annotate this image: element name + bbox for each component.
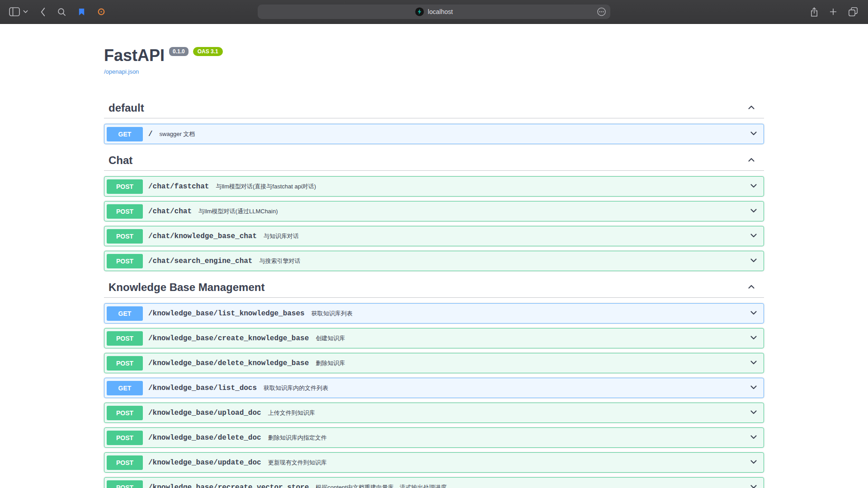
operation-method-badge: GET [107,381,143,395]
operation-method-badge: GET [107,127,143,141]
site-favicon [415,7,424,16]
operation-path: /knowledge_base/upload_doc [148,409,261,417]
chevron-down-icon [749,383,758,393]
chevron-down-icon [749,129,758,139]
extension-ring-icon[interactable] [97,8,105,16]
operation-expand-button[interactable] [749,129,758,139]
operation-method-badge: POST [107,406,143,420]
operation-expand-button[interactable] [749,181,758,192]
chevron-down-icon [749,432,758,443]
operation-description: 创建知识库 [316,334,345,343]
operation-description: 删除知识库内指定文件 [268,434,327,442]
back-icon[interactable] [40,7,46,17]
section-collapse-button[interactable] [747,282,756,293]
operation-row[interactable]: POST /chat/fastchat 与llm模型对话(直接与fastchat… [104,176,764,197]
chevron-down-icon [749,457,758,468]
toolbar-right-group [810,7,868,17]
extension-bookmark-icon[interactable] [78,8,85,16]
operation-method-badge: POST [107,204,143,219]
operation-path: /knowledge_base/update_doc [148,459,261,467]
page-settings-ellipsis-icon[interactable] [597,7,606,17]
operation-path: /knowledge_base/list_knowledge_bases [148,310,305,318]
operation-method-badge: GET [107,306,143,321]
section-header[interactable]: Knowledge Base Management [104,277,764,298]
version-badge: 0.1.0 [169,47,189,56]
api-info: FastAPI 0.1.0 OAS 3.1 /openapi.json [104,46,764,75]
search-icon[interactable] [57,8,66,16]
operation-path: /knowledge_base/create_knowledge_base [148,334,309,343]
operation-description: 获取知识库列表 [311,310,353,318]
chevron-down-icon [749,206,758,216]
operation-description: 根据content中文档重建向量库，流式输出处理进度。 [316,483,453,488]
operation-row[interactable]: POST /knowledge_base/upload_doc 上传文件到知识库 [104,403,764,423]
openapi-spec-link[interactable]: /openapi.json [104,68,139,75]
section-collapse-button[interactable] [747,155,756,166]
share-icon[interactable] [810,7,818,17]
chevron-down-icon [749,408,758,418]
operation-row[interactable]: POST /chat/search_engine_chat 与搜索引擎对话 [104,251,764,271]
swagger-container: FastAPI 0.1.0 OAS 3.1 /openapi.json defa… [95,46,773,488]
new-tab-icon[interactable] [829,8,837,16]
url-text: localhost [428,8,453,15]
section-operations: GET /knowledge_base/list_knowledge_bases… [104,303,764,488]
oas-badge: OAS 3.1 [193,47,223,56]
operation-row[interactable]: POST /knowledge_base/update_doc 更新现有文件到知… [104,452,764,473]
operation-description: swagger 文档 [160,130,195,138]
sidebar-toggle-icon[interactable] [9,7,20,16]
operation-description: 上传文件到知识库 [268,409,315,417]
operation-path: /knowledge_base/recreate_vector_store [148,483,309,488]
chevron-down-icon [749,181,758,192]
operation-expand-button[interactable] [749,408,758,418]
operation-path: /chat/fastchat [148,183,209,191]
operation-method-badge: POST [107,331,143,346]
section-operations: GET / swagger 文档 [104,124,764,144]
operation-method-badge: POST [107,480,143,488]
address-bar[interactable]: localhost [258,5,610,19]
operation-method-badge: POST [107,179,143,194]
chevron-up-icon [747,103,756,113]
operation-method-badge: POST [107,455,143,470]
operation-row[interactable]: POST /chat/knowledge_base_chat 与知识库对话 [104,226,764,246]
operation-expand-button[interactable] [749,432,758,443]
section-collapse-button[interactable] [747,103,756,113]
chevron-up-icon [747,282,756,293]
operation-row[interactable]: POST /knowledge_base/delete_knowledge_ba… [104,353,764,373]
operation-description: 删除知识库 [316,359,345,367]
operation-row[interactable]: POST /knowledge_base/delete_doc 删除知识库内指定… [104,427,764,448]
api-section: Chat POST /chat/fastchat 与llm模型对话(直接与fas… [104,150,764,271]
operation-expand-button[interactable] [749,457,758,468]
operation-expand-button[interactable] [749,333,758,343]
section-title: default [108,102,144,114]
chevron-up-icon [747,155,756,166]
operation-row[interactable]: POST /knowledge_base/recreate_vector_sto… [104,477,764,488]
operation-row[interactable]: GET /knowledge_base/list_docs 获取知识库内的文件列… [104,378,764,398]
section-header[interactable]: default [104,98,764,118]
operation-row[interactable]: GET / swagger 文档 [104,124,764,144]
operation-expand-button[interactable] [749,383,758,393]
toolbar-left-group [0,7,105,17]
operation-expand-button[interactable] [749,206,758,216]
chevron-down-icon [749,333,758,343]
operation-expand-button[interactable] [749,231,758,241]
operation-expand-button[interactable] [749,256,758,266]
operation-method-badge: POST [107,254,143,268]
operation-path: /knowledge_base/delete_knowledge_base [148,359,309,367]
operation-method-badge: POST [107,229,143,244]
sidebar-chevron-down-icon[interactable] [23,10,28,14]
operation-expand-button[interactable] [749,358,758,368]
operation-row[interactable]: POST /knowledge_base/create_knowledge_ba… [104,328,764,348]
section-header[interactable]: Chat [104,150,764,171]
operation-description: 与llm模型对话(通过LLMChain) [198,207,278,216]
chevron-down-icon [749,482,758,488]
tab-overview-icon[interactable] [848,7,858,17]
operation-method-badge: POST [107,431,143,445]
section-operations: POST /chat/fastchat 与llm模型对话(直接与fastchat… [104,176,764,271]
chevron-down-icon [749,358,758,368]
operation-expand-button[interactable] [749,482,758,488]
operation-row[interactable]: POST /chat/chat 与llm模型对话(通过LLMChain) [104,201,764,221]
operation-row[interactable]: GET /knowledge_base/list_knowledge_bases… [104,303,764,324]
operation-expand-button[interactable] [749,308,758,319]
operation-description: 与llm模型对话(直接与fastchat api对话) [216,183,316,191]
browser-toolbar: localhost [0,0,868,24]
operation-path: /chat/knowledge_base_chat [148,232,257,240]
